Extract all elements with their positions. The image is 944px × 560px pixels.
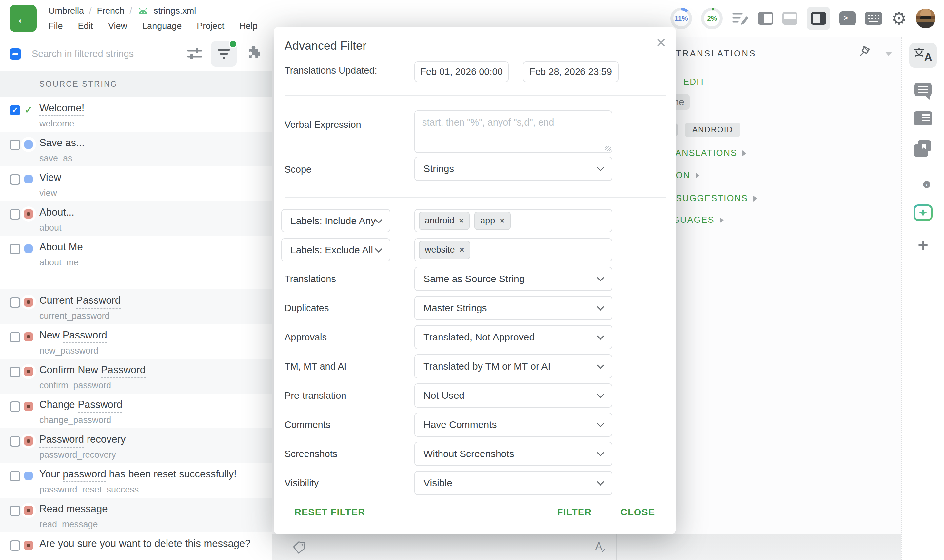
back-button[interactable]: ← bbox=[10, 5, 37, 32]
string-row[interactable]: Confirm New Passwordconfirm_password bbox=[0, 359, 272, 394]
select-pre-translation[interactable]: Not Used bbox=[414, 383, 612, 408]
labels-include-tags[interactable]: android×app× bbox=[414, 209, 612, 232]
status-issue-icon bbox=[24, 209, 33, 218]
translate-icon[interactable]: A bbox=[909, 43, 937, 68]
labels-exclude-tags[interactable]: website× bbox=[414, 238, 612, 262]
gear-icon[interactable]: ⚙ bbox=[891, 10, 907, 27]
select-all-checkbox[interactable] bbox=[10, 49, 21, 60]
row-checkbox[interactable] bbox=[10, 140, 20, 150]
spellcheck-icon[interactable]: A✓ bbox=[595, 540, 608, 552]
menu-help[interactable]: Help bbox=[239, 21, 258, 31]
scope-label: Scope bbox=[285, 164, 311, 175]
string-row[interactable]: About Meabout_me bbox=[0, 236, 272, 289]
string-row[interactable]: Current Passwordcurrent_password bbox=[0, 289, 272, 324]
select-visibility[interactable]: Visible bbox=[414, 471, 612, 495]
filter-button[interactable]: FILTER bbox=[557, 507, 591, 518]
term-highlight: Password bbox=[101, 364, 146, 378]
string-key: about_me bbox=[39, 258, 79, 268]
label-chip-text: android bbox=[425, 215, 454, 226]
filter-icon[interactable] bbox=[211, 41, 237, 66]
select-scope[interactable]: Strings bbox=[414, 157, 612, 181]
comment-icon[interactable] bbox=[915, 83, 932, 96]
pin-icon[interactable] bbox=[859, 45, 873, 60]
puzzle-icon[interactable] bbox=[245, 46, 260, 61]
tag-icon[interactable] bbox=[293, 541, 305, 555]
plus-icon[interactable]: + bbox=[918, 236, 929, 254]
menu-project[interactable]: Project bbox=[197, 21, 224, 31]
terminal-icon[interactable]: >_ bbox=[839, 11, 856, 25]
panel-link-ion[interactable]: ION bbox=[673, 171, 699, 180]
close-button[interactable]: CLOSE bbox=[621, 507, 655, 518]
string-row[interactable]: Your password has been reset successfull… bbox=[0, 463, 272, 498]
string-row[interactable]: ✓✓Welcome!welcome bbox=[0, 97, 272, 132]
remove-label-icon[interactable]: × bbox=[499, 215, 504, 226]
string-row[interactable]: Read messageread_message bbox=[0, 498, 272, 532]
chevron-down-icon bbox=[597, 303, 604, 311]
edit-link[interactable]: EDIT bbox=[684, 77, 705, 87]
tm-card-icon[interactable] bbox=[914, 111, 932, 125]
string-row[interactable]: Are you sure you want to delete this mes… bbox=[0, 532, 272, 560]
select-tm-mt-ai[interactable]: Translated by TM or MT or AI bbox=[414, 354, 612, 378]
select-labels-include[interactable]: Labels: Include Any bbox=[281, 209, 390, 232]
string-row[interactable]: Viewview bbox=[0, 166, 272, 201]
tune-icon[interactable] bbox=[187, 46, 203, 62]
string-row[interactable]: About...about bbox=[0, 201, 272, 236]
advanced-filter-modal: Advanced Filter × Translations Updated: … bbox=[274, 26, 676, 534]
string-row[interactable]: Password recoverypassword_recovery bbox=[0, 428, 272, 463]
row-checkbox[interactable] bbox=[10, 174, 20, 185]
menu-view[interactable]: View bbox=[108, 21, 127, 31]
remove-label-icon[interactable]: × bbox=[459, 215, 464, 226]
select-duplicates[interactable]: Master Strings bbox=[414, 296, 612, 320]
keyboard-icon[interactable] bbox=[865, 12, 882, 25]
file-info-icon[interactable] bbox=[915, 172, 932, 189]
string-row[interactable]: Change Passwordchange_password bbox=[0, 394, 272, 428]
row-checkbox[interactable] bbox=[10, 332, 20, 342]
status-halo bbox=[21, 434, 36, 449]
breadcrumb-project[interactable]: Umbrella bbox=[49, 6, 84, 16]
select-screenshots[interactable]: Without Screenshots bbox=[414, 442, 612, 466]
verbal-expression-input[interactable] bbox=[414, 111, 612, 153]
row-checkbox[interactable] bbox=[10, 506, 20, 516]
menu-bar: FileEditViewLanguageProjectHelp bbox=[49, 21, 258, 31]
row-checkbox[interactable] bbox=[10, 402, 20, 412]
avatar[interactable] bbox=[916, 9, 935, 28]
edit-list-icon[interactable] bbox=[732, 11, 749, 26]
translation-progress-ring[interactable]: 11% bbox=[670, 8, 692, 29]
row-checkbox[interactable] bbox=[10, 297, 20, 308]
date-to-input[interactable]: Feb 28, 2026 23:59 bbox=[523, 61, 619, 82]
search-input[interactable] bbox=[31, 43, 177, 65]
select-approvals[interactable]: Translated, Not Approved bbox=[414, 325, 612, 349]
string-row[interactable]: Save as...save_as bbox=[0, 132, 272, 166]
layout-right-panel-icon[interactable] bbox=[807, 6, 830, 30]
menu-language[interactable]: Language bbox=[142, 21, 182, 31]
row-checkbox[interactable] bbox=[10, 209, 20, 220]
layout-bottom-panel-icon[interactable] bbox=[782, 12, 798, 25]
row-checkbox[interactable] bbox=[10, 367, 20, 377]
panel-link-suggestions[interactable]: SUGGESTIONS bbox=[676, 193, 757, 203]
menu-file[interactable]: File bbox=[49, 21, 63, 31]
row-checkbox[interactable] bbox=[10, 540, 20, 551]
row-checkbox[interactable]: ✓ bbox=[10, 105, 20, 115]
select-labels-exclude[interactable]: Labels: Exclude All bbox=[281, 238, 390, 262]
remove-label-icon[interactable]: × bbox=[460, 245, 465, 255]
string-row[interactable]: New Passwordnew_password bbox=[0, 324, 272, 359]
select-translations[interactable]: Same as Source String bbox=[414, 267, 612, 291]
close-icon[interactable]: × bbox=[656, 34, 666, 51]
date-from-input[interactable]: Feb 01, 2026 00:00 bbox=[414, 61, 509, 82]
glossary-icon[interactable] bbox=[914, 140, 932, 157]
reset-filter-button[interactable]: RESET FILTER bbox=[294, 507, 365, 518]
row-checkbox[interactable] bbox=[10, 244, 20, 254]
panel-link-anslations[interactable]: ANSLATIONS bbox=[675, 148, 746, 158]
row-checkbox[interactable] bbox=[10, 436, 20, 447]
ai-icon[interactable] bbox=[913, 205, 933, 221]
resize-handle[interactable] bbox=[605, 146, 611, 151]
pin-dropdown-chevron[interactable] bbox=[885, 52, 892, 56]
approval-progress-ring[interactable]: 2% bbox=[701, 8, 723, 29]
breadcrumb-file[interactable]: strings.xml bbox=[154, 6, 196, 16]
row-checkbox[interactable] bbox=[10, 471, 20, 482]
panel-link-guages[interactable]: GUAGES bbox=[673, 215, 724, 225]
menu-edit[interactable]: Edit bbox=[78, 21, 93, 31]
layout-left-panel-icon[interactable] bbox=[758, 12, 773, 25]
breadcrumb-language[interactable]: French bbox=[97, 6, 125, 16]
select-comments[interactable]: Have Comments bbox=[414, 412, 612, 437]
